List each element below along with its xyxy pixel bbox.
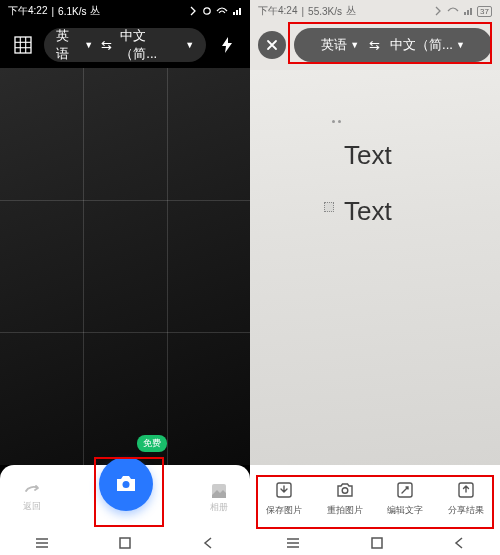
status-time: 下午4:24 [258,4,297,18]
recapture-button[interactable]: 重拍图片 [327,480,363,517]
free-badge: 免费 [137,435,167,452]
nav-back[interactable] [200,535,216,551]
source-language[interactable]: 英语 ▼ [321,36,359,54]
status-speed: 55.3K/s [308,6,342,17]
save-icon [274,480,294,500]
camera-bottom-bar: 返回 免费 相册 [0,465,250,531]
nav-back[interactable] [454,537,464,549]
grid-toggle-button[interactable] [8,30,38,60]
result-top-bar: 英语 ▼ ⇆ 中文（简... ▼ [250,22,500,68]
nav-menu[interactable] [286,537,300,549]
grid-line [0,200,250,201]
swap-icon[interactable]: ⇆ [101,38,112,53]
grid-line [83,68,84,465]
chevron-down-icon: ▼ [185,40,194,50]
system-nav-bar [250,531,500,555]
status-speed: 6.1K/s [58,6,86,17]
chevron-down-icon: ▼ [456,40,465,50]
swap-icon[interactable]: ⇆ [369,38,380,53]
camera-icon [335,480,355,500]
left-screenshot: 下午4:22 | 6.1K/s 丛 英语 ▼ ⇆ 中文（简... ▼ [0,0,250,555]
grid-line [0,332,250,333]
back-button[interactable]: 返回 [22,483,42,513]
svg-rect-1 [15,37,31,53]
save-image-button[interactable]: 保存图片 [266,480,302,517]
share-icon [456,480,476,500]
result-actions-bar: 保存图片 重拍图片 编辑文字 分享结果 [250,465,500,531]
status-icons: 37 [433,0,492,22]
svg-point-13 [342,487,348,493]
detected-text: Text [344,196,392,227]
nav-home[interactable] [117,535,133,551]
target-language[interactable]: 中文（简... ▼ [120,27,194,63]
shutter-wrap: 免费 [99,471,153,525]
detected-text: Text [344,140,392,171]
source-language[interactable]: 英语 ▼ [56,27,94,63]
shutter-button[interactable]: 免费 [99,457,153,511]
share-result-button[interactable]: 分享结果 [448,480,484,517]
nav-menu[interactable] [34,535,50,551]
result-content[interactable]: Text Text [250,70,500,465]
close-button[interactable] [258,31,286,59]
camera-viewfinder[interactable] [0,68,250,465]
status-icons [188,6,242,16]
chevron-down-icon: ▼ [350,40,359,50]
language-selector[interactable]: 英语 ▼ ⇆ 中文（简... ▼ [44,28,207,62]
system-nav-bar [0,531,250,555]
chevron-down-icon: ▼ [84,40,93,50]
svg-rect-11 [120,538,130,548]
grid-line [167,68,168,465]
right-screenshot: 下午4:24 | 55.3K/s 丛 37 英语 ▼ ⇆ 中文（简... ▼ [250,0,500,555]
target-language[interactable]: 中文（简... ▼ [390,36,465,54]
language-selector[interactable]: 英语 ▼ ⇆ 中文（简... ▼ [294,28,492,62]
status-bar: 下午4:22 | 6.1K/s 丛 [0,0,250,22]
status-time: 下午4:22 [8,4,47,18]
nav-home[interactable] [371,537,383,549]
selection-handle-icon[interactable] [324,202,334,212]
status-bar: 下午4:24 | 55.3K/s 丛 37 [250,0,500,22]
svg-point-0 [204,8,210,14]
flash-button[interactable] [212,36,242,54]
edit-text-button[interactable]: 编辑文字 [387,480,423,517]
svg-point-6 [123,481,130,488]
gallery-button[interactable]: 相册 [210,482,228,514]
camera-top-bar: 英语 ▼ ⇆ 中文（简... ▼ [0,22,250,68]
svg-rect-19 [372,538,382,548]
marker-icon [332,120,342,124]
edit-icon [395,480,415,500]
